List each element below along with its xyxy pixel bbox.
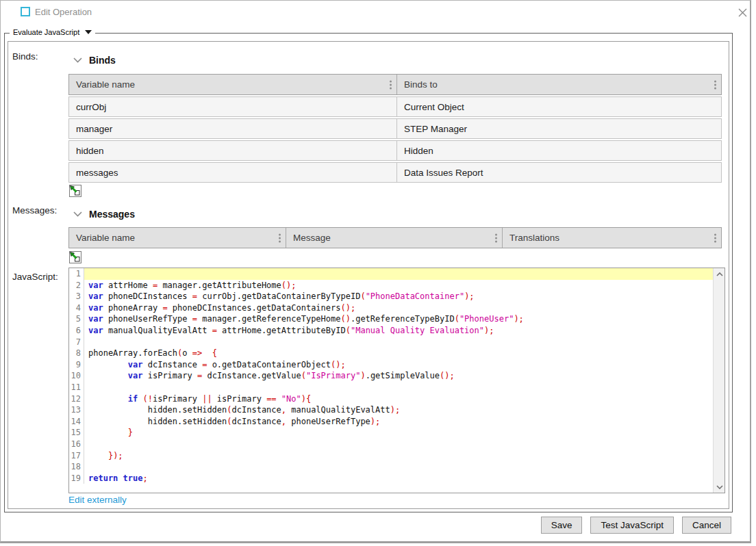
title-bar: Edit Operation bbox=[1, 1, 750, 24]
code-text bbox=[84, 439, 713, 450]
line-number: 5 bbox=[69, 313, 84, 325]
edit-externally-link[interactable]: Edit externally bbox=[68, 495, 127, 505]
code-line[interactable]: 6var manualQualityEvalAtt = attrHome.get… bbox=[69, 325, 713, 337]
code-text: var attrHome = manager.getAttributeHome(… bbox=[84, 280, 713, 291]
column-header: Binds to bbox=[396, 75, 721, 94]
table-cell[interactable]: Current Object bbox=[396, 97, 721, 116]
collapse-chevron-icon bbox=[73, 57, 82, 63]
code-line[interactable]: 13 hidden.setHidden(dcInstance, manualQu… bbox=[69, 404, 713, 416]
messages-field-label: Messages: bbox=[12, 205, 57, 216]
table-row[interactable]: managerSTEP Manager bbox=[68, 118, 722, 139]
code-text: var dcInstance = o.getDataContainerObjec… bbox=[84, 359, 713, 371]
code-line[interactable]: 17 }); bbox=[69, 450, 713, 462]
code-line[interactable]: 14 hidden.setHidden(dcInstance, phoneUse… bbox=[69, 416, 713, 428]
code-text bbox=[84, 382, 713, 393]
code-line[interactable]: 3var phoneDCInstances = currObj.getDataC… bbox=[69, 291, 713, 302]
code-text: var manualQualityEvalAtt = attrHome.getA… bbox=[84, 325, 713, 337]
operation-type-selector[interactable]: Evaluate JavaScript bbox=[10, 28, 95, 36]
column-header: Variable name bbox=[69, 228, 286, 248]
chevron-up-icon bbox=[716, 272, 723, 276]
code-line[interactable]: 2var attrHome = manager.getAttributeHome… bbox=[69, 280, 713, 291]
code-text: } bbox=[84, 427, 713, 439]
code-text: hidden.setHidden(dcInstance, manualQuali… bbox=[84, 404, 713, 416]
editor-vertical-scrollbar[interactable] bbox=[713, 268, 724, 493]
code-line[interactable]: 10 var isPrimary = dcInstance.getValue("… bbox=[69, 370, 713, 382]
dropdown-arrow-icon bbox=[85, 30, 92, 34]
column-header-label: Variable name bbox=[76, 79, 135, 90]
save-button[interactable]: Save bbox=[541, 517, 583, 534]
code-text bbox=[84, 268, 713, 280]
code-line[interactable]: 8phoneArray.forEach(o => { bbox=[69, 348, 713, 359]
binds-table: Variable nameBinds to currObjCurrent Obj… bbox=[68, 74, 722, 183]
table-cell[interactable]: manager bbox=[69, 119, 396, 138]
line-number: 10 bbox=[69, 370, 84, 382]
edit-table-icon[interactable] bbox=[69, 251, 81, 263]
code-line[interactable]: 9 var dcInstance = o.getDataContainerObj… bbox=[69, 359, 713, 371]
messages-section-title: Messages bbox=[89, 209, 135, 220]
line-number: 15 bbox=[69, 427, 84, 439]
code-area[interactable]: 12var attrHome = manager.getAttributeHom… bbox=[69, 268, 713, 493]
code-line[interactable]: 16 bbox=[69, 439, 713, 450]
line-number: 16 bbox=[69, 439, 84, 450]
binds-table-header: Variable nameBinds to bbox=[68, 74, 722, 95]
code-line[interactable]: 12 if (!isPrimary || isPrimary == "No"){ bbox=[69, 393, 713, 405]
line-number: 13 bbox=[69, 404, 84, 416]
column-header: Message bbox=[286, 228, 502, 248]
messages-section-header[interactable]: Messages bbox=[73, 209, 135, 220]
binds-section-header[interactable]: Binds bbox=[73, 55, 116, 66]
line-number: 6 bbox=[69, 325, 84, 337]
table-cell[interactable]: messages bbox=[69, 163, 396, 182]
messages-table-header: Variable nameMessageTranslations bbox=[68, 227, 722, 248]
code-line[interactable]: 15 } bbox=[69, 427, 713, 439]
binds-section-title: Binds bbox=[89, 55, 116, 66]
table-row[interactable]: currObjCurrent Object bbox=[68, 96, 722, 117]
dialog-button-row: Save Test JavaScript Cancel bbox=[1, 517, 731, 534]
dialog-title: Edit Operation bbox=[35, 7, 92, 17]
scroll-down-button[interactable] bbox=[714, 481, 725, 493]
code-line[interactable]: 18 bbox=[69, 461, 713, 473]
line-number: 12 bbox=[69, 393, 84, 405]
test-javascript-button[interactable]: Test JavaScript bbox=[590, 517, 674, 534]
table-cell[interactable]: STEP Manager bbox=[396, 119, 721, 138]
column-menu-icon[interactable] bbox=[390, 80, 392, 89]
code-line[interactable]: 19return true; bbox=[69, 473, 713, 484]
code-line[interactable]: 11 bbox=[69, 382, 713, 393]
column-menu-icon[interactable] bbox=[495, 233, 497, 242]
scroll-up-button[interactable] bbox=[714, 268, 725, 280]
collapse-chevron-icon bbox=[73, 211, 82, 217]
code-text: var isPrimary = dcInstance.getValue("IsP… bbox=[84, 370, 713, 382]
line-number: 1 bbox=[69, 268, 84, 280]
cancel-button[interactable]: Cancel bbox=[682, 517, 731, 534]
javascript-code-editor[interactable]: 12var attrHome = manager.getAttributeHom… bbox=[68, 268, 725, 493]
line-number: 8 bbox=[69, 348, 84, 359]
edit-table-icon[interactable] bbox=[69, 185, 81, 197]
code-line[interactable]: 5var phoneUserRefType = manager.getRefer… bbox=[69, 313, 713, 325]
chevron-down-icon bbox=[716, 485, 723, 489]
table-row[interactable]: messagesData Issues Report bbox=[68, 162, 722, 183]
table-cell[interactable]: hidden bbox=[69, 141, 396, 160]
table-cell[interactable]: currObj bbox=[69, 97, 396, 116]
line-number: 3 bbox=[69, 291, 84, 302]
binds-field-label: Binds: bbox=[12, 51, 38, 62]
line-number: 4 bbox=[69, 302, 84, 314]
line-number: 9 bbox=[69, 359, 84, 371]
table-cell[interactable]: Hidden bbox=[396, 141, 721, 160]
code-text: return true; bbox=[84, 473, 713, 484]
column-menu-icon[interactable] bbox=[714, 233, 716, 242]
code-line[interactable]: 1 bbox=[69, 268, 713, 280]
close-icon bbox=[738, 8, 747, 17]
code-line[interactable]: 7 bbox=[69, 337, 713, 348]
close-button[interactable] bbox=[735, 5, 750, 20]
operation-type-label: Evaluate JavaScript bbox=[13, 28, 79, 36]
line-number: 19 bbox=[69, 473, 84, 484]
messages-table: Variable nameMessageTranslations bbox=[68, 227, 722, 248]
column-menu-icon[interactable] bbox=[279, 233, 281, 242]
line-number: 18 bbox=[69, 461, 84, 473]
code-text: if (!isPrimary || isPrimary == "No"){ bbox=[84, 393, 713, 405]
table-cell[interactable]: Data Issues Report bbox=[396, 163, 721, 182]
column-menu-icon[interactable] bbox=[714, 80, 716, 89]
code-line[interactable]: 4var phoneArray = phoneDCInstances.getDa… bbox=[69, 302, 713, 314]
line-number: 7 bbox=[69, 337, 84, 348]
code-text bbox=[84, 461, 713, 473]
table-row[interactable]: hiddenHidden bbox=[68, 140, 722, 161]
